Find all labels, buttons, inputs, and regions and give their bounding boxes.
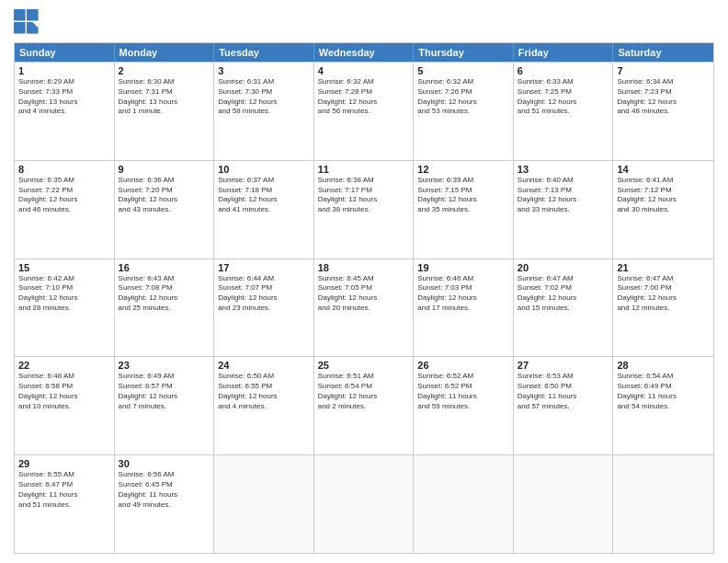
cal-cell-29: 29Sunrise: 6:55 AMSunset: 6:47 PMDayligh… [15,455,115,553]
cell-line: Daylight: 12 hours [119,293,210,304]
cell-line: Sunrise: 6:44 AM [218,274,310,284]
calendar-header: SundayMondayTuesdayWednesdayThursdayFrid… [15,43,713,62]
logo-icon [14,9,40,35]
cal-cell-13: 13Sunrise: 6:40 AMSunset: 7:13 PMDayligh… [514,161,614,259]
cal-cell-20: 20Sunrise: 6:47 AMSunset: 7:02 PMDayligh… [514,259,614,357]
logo [14,9,43,35]
cell-line: Sunset: 7:25 PM [518,87,609,98]
cell-line: and 12 minutes. [617,304,710,314]
cell-line: Sunrise: 6:53 AM [518,372,609,382]
cell-line: Sunset: 7:15 PM [417,186,509,196]
cal-cell-1: 1Sunrise: 6:29 AMSunset: 7:33 PMDaylight… [15,63,115,160]
cell-line: and 15 minutes. [518,304,609,314]
cell-line: Sunset: 6:55 PM [218,382,310,392]
cell-line: Sunset: 7:08 PM [119,283,210,293]
cell-line: Sunset: 7:28 PM [318,87,410,98]
cell-line: Daylight: 12 hours [119,392,210,402]
cell-line: Sunrise: 6:46 AM [417,274,509,284]
day-number: 5 [417,65,509,76]
day-number: 7 [617,65,710,76]
cell-line: Sunrise: 6:34 AM [617,77,710,87]
cell-line: and 20 minutes. [318,304,410,314]
cell-line: Daylight: 11 hours [119,490,210,500]
day-number: 8 [18,164,110,175]
day-number: 23 [119,360,210,371]
day-number: 9 [119,164,210,175]
cell-line: and 56 minutes. [318,107,410,117]
cell-line: and 59 minutes. [417,402,509,412]
cell-line: Sunrise: 6:47 AM [617,274,710,284]
cell-line: and 25 minutes. [119,304,210,314]
cal-cell-12: 12Sunrise: 6:39 AMSunset: 7:15 PMDayligh… [414,161,514,259]
cal-cell-7: 7Sunrise: 6:34 AMSunset: 7:23 PMDaylight… [613,63,713,160]
cell-line: Sunrise: 6:43 AM [119,274,210,284]
cell-line: Daylight: 11 hours [417,392,509,402]
cal-cell-28: 28Sunrise: 6:54 AMSunset: 6:49 PMDayligh… [613,357,713,454]
cell-line: Sunset: 6:58 PM [18,382,110,392]
day-number: 6 [518,65,609,76]
day-number: 27 [518,360,609,371]
header [14,9,714,35]
cell-line: Sunset: 7:00 PM [617,283,710,293]
cell-line: Sunset: 7:10 PM [18,283,110,293]
cell-line: Daylight: 13 hours [18,98,110,108]
day-number: 26 [417,360,509,371]
cell-line: Daylight: 12 hours [218,98,310,108]
cell-line: Sunrise: 6:47 AM [518,274,609,284]
cell-line: Sunset: 7:17 PM [318,186,410,196]
cell-line: Daylight: 12 hours [318,98,410,108]
cal-cell-empty [214,455,314,553]
cell-line: Sunrise: 6:55 AM [18,470,110,480]
day-number: 15 [18,262,110,273]
cell-line: Sunset: 6:54 PM [318,382,410,392]
cell-line: and 51 minutes. [18,500,110,511]
page: SundayMondayTuesdayWednesdayThursdayFrid… [0,0,728,563]
cell-line: and 51 minutes. [518,107,609,117]
cell-line: Sunset: 7:02 PM [518,283,609,293]
svg-rect-1 [14,22,26,34]
day-number: 25 [318,360,410,371]
cell-line: Sunrise: 6:41 AM [617,176,710,186]
day-header-sunday: Sunday [15,43,115,62]
cal-cell-16: 16Sunrise: 6:43 AMSunset: 7:08 PMDayligh… [115,259,215,357]
cell-line: Sunset: 7:20 PM [119,186,210,196]
cell-line: Sunrise: 6:35 AM [18,176,110,186]
cell-line: Daylight: 12 hours [417,293,509,304]
cal-cell-21: 21Sunrise: 6:47 AMSunset: 7:00 PMDayligh… [613,259,713,357]
cal-cell-4: 4Sunrise: 6:32 AMSunset: 7:28 PMDaylight… [314,63,415,160]
cal-cell-15: 15Sunrise: 6:42 AMSunset: 7:10 PMDayligh… [15,259,115,357]
day-number: 28 [617,360,710,371]
day-number: 1 [18,65,110,76]
day-number: 2 [119,65,210,76]
cal-cell-18: 18Sunrise: 6:45 AMSunset: 7:05 PMDayligh… [314,259,415,357]
day-header-tuesday: Tuesday [214,43,314,62]
cell-line: Sunset: 6:50 PM [518,382,609,392]
cell-line: Daylight: 12 hours [318,293,410,304]
cell-line: Sunrise: 6:54 AM [617,372,710,382]
cal-cell-23: 23Sunrise: 6:49 AMSunset: 6:57 PMDayligh… [115,357,215,454]
cell-line: Sunrise: 6:45 AM [318,274,410,284]
cell-line: Sunrise: 6:30 AM [119,77,210,87]
cell-line: Daylight: 12 hours [518,195,609,205]
cell-line: Daylight: 12 hours [417,98,509,108]
cell-line: Sunrise: 6:48 AM [18,372,110,382]
cell-line: and 4 minutes. [218,402,310,412]
cell-line: and 17 minutes. [417,304,509,314]
cal-cell-5: 5Sunrise: 6:32 AMSunset: 7:26 PMDaylight… [414,63,514,160]
day-number: 21 [617,262,710,273]
day-number: 24 [218,360,310,371]
cell-line: and 7 minutes. [119,402,210,412]
cell-line: and 35 minutes. [417,205,509,215]
day-number: 19 [417,262,509,273]
cell-line: Sunrise: 6:39 AM [417,176,509,186]
calendar-row-2: 15Sunrise: 6:42 AMSunset: 7:10 PMDayligh… [15,259,713,357]
calendar-body: 1Sunrise: 6:29 AMSunset: 7:33 PMDaylight… [15,62,713,553]
day-number: 10 [218,164,310,175]
cell-line: and 30 minutes. [617,205,710,215]
cell-line: Daylight: 12 hours [617,195,710,205]
cell-line: and 38 minutes. [318,205,410,215]
cell-line: Sunset: 7:26 PM [417,87,509,98]
cell-line: Daylight: 12 hours [617,293,710,304]
cell-line: Daylight: 12 hours [518,98,609,108]
day-number: 16 [119,262,210,273]
